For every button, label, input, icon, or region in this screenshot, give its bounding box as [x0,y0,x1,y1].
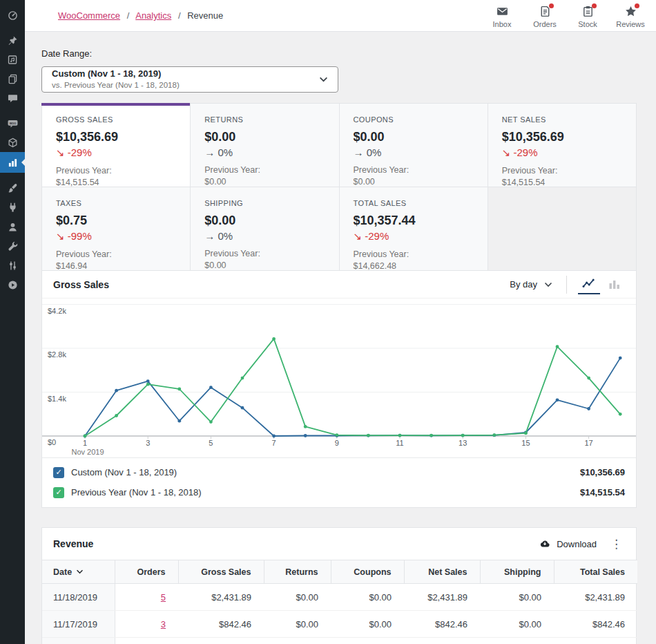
card-delta: ↘ -29% [56,146,176,159]
column-header-returns[interactable]: Returns [264,560,331,584]
amount-cell [480,638,554,644]
amount-cell: $0.00 [480,584,554,611]
amount-cell: $842.46 [554,611,637,638]
svg-text:Nov 2019: Nov 2019 [71,448,104,456]
table-row [42,638,637,644]
table-title: Revenue [53,538,93,549]
amount-cell [178,638,264,644]
sidebar-item-products[interactable] [0,133,25,152]
card-delta-value: -29% [68,146,92,158]
amount-cell [264,638,331,644]
sidebar-item-dashboard[interactable] [0,6,25,25]
card-label: SHIPPING [204,199,325,207]
column-header-net-sales[interactable]: Net Sales [404,560,480,584]
sidebar-item-tools[interactable] [0,236,25,256]
card-prev-value: $14,662.48 [354,261,397,271]
card-prev-value: $146.94 [56,261,87,271]
gross-sales-chart-panel: Gross Sales By day [41,271,637,508]
unread-badge-dot [549,3,554,8]
trend-flat-icon: → [204,146,215,158]
summary-card-taxes[interactable]: TAXES $0.75 ↘ -99% Previous Year: $146.9… [42,187,191,271]
legend-checkbox[interactable]: ✓ [53,487,64,498]
sidebar-item-comments[interactable] [0,88,25,108]
order-count-link[interactable]: 3 [161,619,166,629]
summary-card-gross-sales[interactable]: GROSS SALES $10,356.69 ↘ -29% Previous Y… [42,104,191,187]
breadcrumb-woocommerce[interactable]: WooCommerce [58,10,120,21]
svg-text:$1.4k: $1.4k [48,395,66,403]
column-header-total-sales[interactable]: Total Sales [554,560,637,584]
legend-row[interactable]: ✓ Custom (Nov 1 - 18, 2019) $10,356.69 [42,462,636,482]
sidebar-item-analytics[interactable] [0,152,25,173]
dashboard-icon [7,10,19,21]
summary-card-total-sales[interactable]: TOTAL SALES $10,357.44 ↘ -29% Previous Y… [340,187,488,271]
card-label: GROSS SALES [56,115,176,124]
column-header-shipping[interactable]: Shipping [480,560,554,584]
interval-select[interactable]: By day [503,275,559,294]
legend-checkbox[interactable]: ✓ [53,467,64,478]
activity-button-stock[interactable]: Stock [566,0,609,28]
card-delta-value: 0% [218,146,233,158]
column-header-coupons[interactable]: Coupons [331,560,404,584]
sidebar-item-appearance[interactable] [0,178,25,198]
activity-label: Stock [578,20,597,28]
column-header-gross-sales[interactable]: Gross Sales [178,560,264,584]
card-value: $10,356.69 [56,130,176,144]
card-prev-value: $0.00 [204,177,226,187]
activity-button-reviews[interactable]: Reviews [609,0,652,28]
plugins-icon [7,202,19,214]
card-prev-value: $0.00 [204,261,226,270]
line-chart-toggle[interactable] [578,274,600,294]
sidebar-item-pages[interactable] [0,69,25,88]
media-icon [7,54,19,66]
amount-cell: $0.00 [264,611,331,638]
summary-card-returns[interactable]: RETURNS $0.00 → 0% Previous Year: $0.00 [191,104,339,187]
card-prev-label: Previous Year: [56,166,112,176]
users-icon [7,221,19,233]
legend-row[interactable]: ✓ Previous Year (Nov 1 - 18, 2018) $14,5… [42,482,636,502]
card-delta: ↘ -29% [502,146,622,159]
activity-label: Inbox [493,20,512,28]
appearance-icon [7,182,19,194]
card-delta: → 0% [204,146,325,158]
sidebar-item-media[interactable] [0,50,25,69]
card-prev-value: $14,515.54 [502,178,546,187]
column-header-orders[interactable]: Orders [115,560,178,584]
posts-icon [7,35,19,46]
card-delta-value: -99% [68,230,92,242]
card-prev-value: $0.00 [354,177,375,187]
trend-down-icon: ↘ [502,146,511,158]
card-value: $0.00 [354,130,474,144]
summary-card-net-sales[interactable]: NET SALES $10,356.69 ↘ -29% Previous Yea… [488,104,637,187]
summary-card-coupons[interactable]: COUPONS $0.00 → 0% Previous Year: $0.00 [340,104,488,187]
breadcrumb-analytics[interactable]: Analytics [135,10,171,21]
sidebar-item-woocommerce[interactable]: WOO [0,113,25,133]
column-header-date[interactable]: Date [42,560,115,584]
sidebar-item-settings[interactable] [0,256,25,275]
orders-cell [115,638,178,644]
date-range-select[interactable]: Custom (Nov 1 - 18, 2019) vs. Previous Y… [41,66,338,93]
svg-text:7: 7 [272,439,276,447]
pages-icon [7,73,19,85]
sidebar-item-users[interactable] [0,217,25,236]
download-button[interactable]: Download [539,538,597,550]
line-chart-icon [582,278,596,289]
card-label: RETURNS [204,115,325,124]
trend-down-icon: ↘ [56,146,65,158]
sidebar-item-posts[interactable] [0,30,25,50]
summary-card-shipping[interactable]: SHIPPING $0.00 → 0% Previous Year: $0.00 [191,187,339,271]
amount-cell [331,638,404,644]
table-menu-button[interactable]: ⋮ [608,538,625,550]
activity-button-orders[interactable]: Orders [523,0,566,28]
trend-down-icon: ↘ [56,230,65,242]
svg-text:5: 5 [209,439,213,447]
card-delta-value: 0% [218,230,233,242]
download-label: Download [557,539,597,549]
breadcrumb-current: Revenue [187,10,223,21]
activity-button-inbox[interactable]: Inbox [481,0,523,28]
card-value: $0.00 [204,214,325,228]
bar-chart-toggle[interactable] [604,274,625,294]
date-range-comparison: vs. Previous Year (Nov 1 - 18, 2018) [52,80,313,91]
order-count-link[interactable]: 5 [161,592,166,603]
sidebar-item-plugins[interactable] [0,198,25,217]
sidebar-item-video[interactable] [0,275,25,294]
